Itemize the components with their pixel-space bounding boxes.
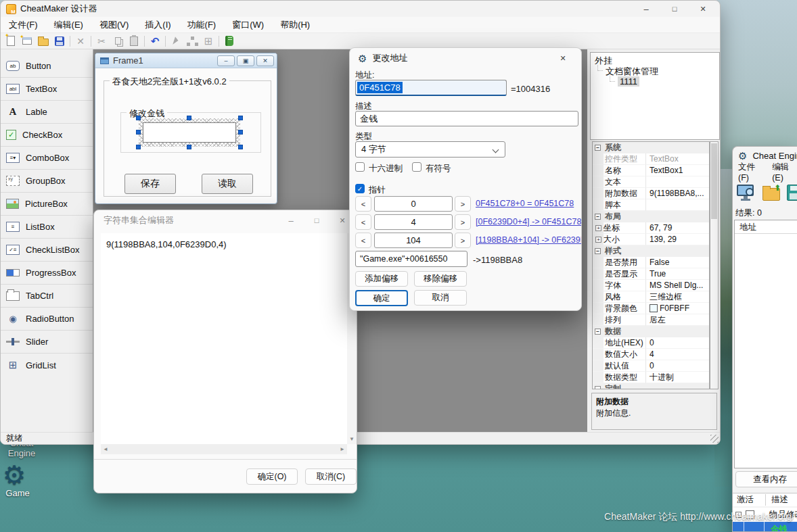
toolbox-item-button[interactable]: abButton: [1, 55, 93, 78]
description-input[interactable]: 金钱: [355, 111, 578, 126]
dialog-close-button[interactable]: [549, 51, 577, 66]
maximize-button[interactable]: [660, 1, 689, 16]
collapse-icon[interactable]: [595, 386, 601, 389]
desktop-icon-game[interactable]: ⚙ Game: [3, 462, 37, 498]
description-column-header[interactable]: 描述: [765, 494, 788, 506]
offset-increase-button[interactable]: >: [455, 233, 471, 248]
pointer-resolve-link-1[interactable]: [0F6239D0+4] -> 0F451C78: [476, 217, 581, 226]
select-process-icon[interactable]: [737, 183, 757, 202]
property-row[interactable]: 坐标67, 79: [593, 222, 709, 234]
property-row[interactable]: 字体MS Shell Dlg...: [593, 280, 709, 291]
copy-icon[interactable]: [112, 35, 124, 47]
collapse-icon[interactable]: [595, 248, 601, 254]
offset-increase-button[interactable]: >: [455, 214, 471, 230]
selection-handle[interactable]: [136, 145, 141, 149]
category-style[interactable]: 样式: [593, 245, 709, 257]
property-row[interactable]: 名称TextBox1: [593, 165, 709, 176]
main-titlebar[interactable]: CheatMaker 设计器: [1, 1, 720, 17]
new-window-icon[interactable]: [21, 35, 33, 47]
offset-decrease-button[interactable]: <: [355, 196, 371, 212]
base-address-input[interactable]: "Game.exe"+00616550: [355, 251, 468, 267]
selection-handle[interactable]: [187, 116, 191, 120]
editor-titlebar[interactable]: 字符串集合编辑器: [94, 210, 357, 231]
scroll-right-icon[interactable]: ►: [340, 446, 345, 452]
toolbox-item-textbox[interactable]: ablTextBox: [1, 78, 93, 101]
string-editor-textarea[interactable]: 9(1198BBA8,104,0F6239D0,4): [101, 233, 347, 444]
category-custom[interactable]: 定制: [593, 383, 709, 389]
ce-menu-edit[interactable]: 编辑(E): [772, 162, 797, 183]
address-column-header[interactable]: 地址: [735, 220, 797, 234]
offset-decrease-button[interactable]: <: [355, 233, 371, 248]
property-row[interactable]: 控件类型TextBox: [593, 153, 709, 165]
offset-input-0[interactable]: 0: [374, 196, 453, 212]
close-button[interactable]: [689, 1, 717, 16]
toolbox-item-slider[interactable]: Slider: [1, 331, 93, 354]
toolbox-item-lable[interactable]: ALable: [1, 101, 93, 124]
tree-node-1111[interactable]: 1111: [618, 76, 639, 87]
remove-offset-button[interactable]: 移除偏移: [414, 271, 467, 287]
view-memory-button[interactable]: 查看内存: [735, 471, 797, 487]
editor-cancel-button[interactable]: 取消(C): [305, 468, 357, 485]
add-offset-button[interactable]: 添加偏移: [355, 271, 408, 287]
menu-view[interactable]: 视图(V): [91, 19, 137, 31]
property-row[interactable]: 数据类型十进制: [593, 372, 709, 383]
minimize-button[interactable]: [632, 1, 660, 16]
dialog-ok-button[interactable]: 确定: [355, 290, 408, 306]
editor-minimize-button[interactable]: [278, 213, 304, 228]
tree-root[interactable]: 外挂: [591, 53, 719, 67]
toolbox-item-groupbox[interactable]: xyGroupBox: [1, 170, 93, 193]
paste-icon[interactable]: [128, 35, 140, 47]
layout-grid-icon[interactable]: ⊞: [202, 35, 214, 47]
save-icon[interactable]: [53, 35, 66, 47]
menu-window[interactable]: 窗口(W): [224, 19, 272, 31]
save-table-icon[interactable]: [787, 185, 797, 201]
category-data[interactable]: 数据: [593, 326, 709, 337]
property-row-backcolor[interactable]: 背景颜色F0FBFF: [593, 303, 709, 314]
hierarchy-icon[interactable]: [186, 35, 198, 47]
undo-icon[interactable]: ↶: [149, 35, 161, 47]
horizontal-scrollbar[interactable]: ◄ ►: [101, 444, 347, 454]
property-row[interactable]: 数值大小4: [593, 349, 709, 360]
toolbox-item-picturebox[interactable]: PictureBox: [1, 193, 93, 216]
property-row[interactable]: 地址(HEX)0: [593, 337, 709, 349]
offset-increase-button[interactable]: >: [455, 196, 471, 212]
category-layout[interactable]: 布局: [593, 211, 709, 222]
property-row[interactable]: 附加数据9(1198BBA8,...: [593, 188, 709, 199]
scrollbar-thumb[interactable]: [711, 143, 717, 219]
category-system[interactable]: 系统: [593, 142, 709, 153]
toolbox-item-tabctrl[interactable]: TabCtrl: [1, 285, 93, 308]
collapse-icon[interactable]: [595, 214, 601, 220]
open-folder-icon[interactable]: [37, 35, 49, 47]
offset-input-2[interactable]: 104: [374, 233, 453, 248]
toolbox-item-listbox[interactable]: ≡ListBox: [1, 216, 93, 239]
read-button[interactable]: 读取: [202, 174, 253, 194]
ce-menu-file[interactable]: 文件(F): [738, 162, 762, 183]
expand-icon[interactable]: [595, 225, 601, 231]
toolbox-item-gridlist[interactable]: ⊞GridList: [1, 354, 93, 377]
frame1-maximize-button[interactable]: [237, 55, 254, 66]
toolbox-item-checkbox[interactable]: ✓CheckBox: [1, 124, 93, 147]
pointer-checkbox[interactable]: [355, 184, 365, 193]
selection-handle[interactable]: [238, 116, 243, 120]
frame1-titlebar[interactable]: Frame1: [95, 53, 277, 68]
hex-checkbox[interactable]: [355, 162, 365, 172]
toolbox-item-combobox[interactable]: ≡▾ComboBox: [1, 147, 93, 170]
toolbox-item-radiobutton[interactable]: ◉RadioButton: [1, 308, 93, 331]
collapse-icon[interactable]: [595, 329, 601, 335]
pointer-resolve-link-2[interactable]: [1198BBA8+104] -> 0F6239D0: [476, 235, 582, 245]
pointer-resolve-link-0[interactable]: 0F451C78+0 = 0F451C78: [476, 199, 574, 208]
property-row[interactable]: 脚本: [593, 199, 709, 211]
property-row[interactable]: 是否禁用False: [593, 257, 709, 268]
toolbox-item-progressbox[interactable]: ProgressBox: [1, 262, 93, 285]
dialog-titlebar[interactable]: ⚙ 更改地址: [350, 48, 581, 68]
menu-insert[interactable]: 插入(I): [137, 19, 179, 31]
active-column-header[interactable]: 激活: [733, 494, 765, 506]
property-row[interactable]: 大小139, 29: [593, 234, 709, 245]
selection-handle[interactable]: [136, 130, 141, 135]
scroll-left-icon[interactable]: ◄: [103, 446, 108, 452]
menu-file[interactable]: 文件(F): [1, 19, 46, 31]
book-icon[interactable]: [223, 35, 235, 47]
property-row[interactable]: 默认值0: [593, 360, 709, 372]
textbox-control[interactable]: [143, 122, 236, 143]
menu-function[interactable]: 功能(F): [179, 19, 225, 31]
